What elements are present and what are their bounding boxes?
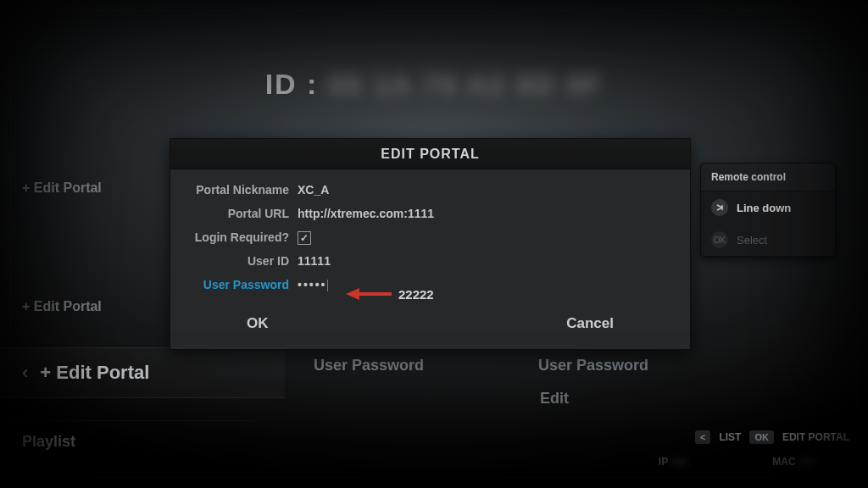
login-checkbox[interactable]: ✓ bbox=[298, 230, 311, 245]
dialog-buttons: OK Cancel bbox=[170, 308, 690, 339]
list-label: LIST bbox=[719, 431, 741, 443]
sidebar-item-label: + Edit Portal bbox=[40, 362, 149, 384]
sidebar-item-playlist[interactable]: Playlist bbox=[0, 420, 254, 463]
remote-select: OK Select bbox=[701, 224, 835, 256]
label-userid: User ID bbox=[170, 254, 298, 268]
list-key-badge: < bbox=[695, 430, 710, 444]
text-cursor bbox=[327, 280, 328, 291]
edit-portal-dialog: EDIT PORTAL Portal Nickname XC_A Portal … bbox=[170, 138, 691, 350]
ok-button[interactable]: OK bbox=[170, 308, 431, 339]
value-url[interactable]: http://xtremec.com:1111 bbox=[298, 207, 434, 220]
bg-user-password-1: User Password bbox=[314, 357, 424, 374]
ok-key-icon: OK bbox=[711, 231, 728, 248]
annotation-text: 22222 bbox=[398, 287, 434, 302]
label-password: User Password bbox=[170, 278, 298, 291]
row-nickname: Portal Nickname XC_A bbox=[170, 178, 690, 202]
sidebar-item-edit-portal-2[interactable]: + Edit Portal bbox=[22, 299, 102, 314]
row-login: Login Required? ✓ bbox=[170, 225, 690, 249]
ip-masked: xxx bbox=[670, 456, 721, 468]
mac-label: MAC bbox=[772, 456, 795, 468]
id-prefix: ID : bbox=[265, 68, 319, 100]
value-userid[interactable]: 11111 bbox=[298, 254, 331, 268]
chevron-left-icon: ‹ bbox=[22, 362, 28, 384]
dialog-body: Portal Nickname XC_A Portal URL http://x… bbox=[170, 169, 690, 339]
ok-key-badge: OK bbox=[749, 430, 774, 444]
line-down-icon bbox=[711, 199, 728, 216]
annotation-arrow: 22222 bbox=[346, 286, 434, 302]
app-stage: ID : 00 1A 79 A2 8D 0F + Edit Portal + E… bbox=[0, 0, 868, 488]
label-login: Login Required? bbox=[170, 230, 298, 244]
label-url: Portal URL bbox=[170, 207, 298, 220]
mac-masked: xxx bbox=[798, 456, 849, 468]
svg-marker-1 bbox=[346, 288, 359, 300]
bg-edit-label[interactable]: Edit bbox=[540, 390, 569, 408]
remote-control-panel: Remote control Line down OK Select bbox=[700, 163, 836, 257]
ip-label: IP bbox=[659, 456, 668, 468]
cancel-button[interactable]: Cancel bbox=[431, 308, 691, 339]
remote-line-down-label: Line down bbox=[737, 202, 791, 214]
sidebar-item-edit-portal-1[interactable]: + Edit Portal bbox=[22, 180, 102, 196]
sidebar-item-edit-portal-active[interactable]: ‹ + Edit Portal bbox=[0, 347, 285, 398]
bg-user-password-2: User Password bbox=[538, 357, 648, 374]
arrow-icon bbox=[346, 286, 393, 302]
label-nickname: Portal Nickname bbox=[170, 183, 298, 197]
id-masked: 00 1A 79 A2 8D 0F bbox=[328, 68, 603, 101]
footer-hints: < LIST OK EDIT PORTAL bbox=[695, 430, 849, 444]
footer-meta: IP xxx MAC xxx bbox=[659, 456, 849, 468]
password-mask: ••••• bbox=[298, 278, 327, 291]
remote-line-down: Line down bbox=[701, 191, 835, 224]
value-nickname[interactable]: XC_A bbox=[298, 183, 329, 197]
password-input[interactable]: ••••• bbox=[298, 278, 328, 291]
remote-title: Remote control bbox=[701, 164, 835, 191]
edit-portal-label: EDIT PORTAL bbox=[782, 431, 849, 443]
check-icon: ✓ bbox=[298, 231, 311, 245]
row-userid: User ID 11111 bbox=[170, 249, 690, 273]
id-banner: ID : 00 1A 79 A2 8D 0F bbox=[0, 68, 868, 101]
sidebar-item-label: Playlist bbox=[22, 433, 75, 451]
row-url: Portal URL http://xtremec.com:1111 bbox=[170, 202, 690, 225]
remote-select-label: Select bbox=[737, 234, 767, 247]
dialog-title: EDIT PORTAL bbox=[170, 139, 690, 169]
